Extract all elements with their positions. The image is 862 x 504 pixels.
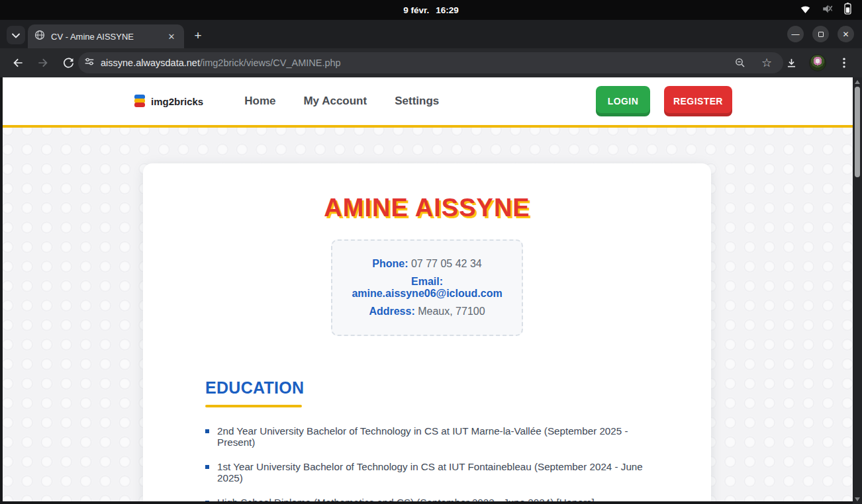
time-label: 16:29 [436,5,459,15]
scroll-down-arrow-icon[interactable] [855,497,860,501]
reload-button[interactable] [57,52,79,74]
brand-name: img2bricks [151,96,203,107]
education-list-item: 2nd Year University Bachelor of Technolo… [205,425,669,448]
education-item-text: 2nd Year University Bachelor of Technolo… [217,425,669,448]
omnibox-right-icons: ☆ [729,52,778,74]
education-section: EDUCATION 2nd Year University Bachelor o… [205,378,711,501]
cv-name-title: AMINE AISSYNE [143,194,711,222]
globe-icon [34,30,45,43]
tab-search-button[interactable] [7,26,25,44]
scrollbar-thumb[interactable] [855,87,860,177]
contact-box: Phone: 07 77 05 42 34 Email: amine.aissy… [331,239,523,336]
profile-avatar[interactable] [809,54,826,71]
education-list: 2nd Year University Bachelor of Technolo… [205,425,711,501]
contact-phone-row: Phone: 07 77 05 42 34 [339,258,515,270]
contact-email-row: Email: amine.aissyne06@icloud.com [339,276,515,300]
education-item-text: High School Diploma (Mathematics and CS)… [217,497,595,501]
contact-address-row: Address: Meaux, 77100 [339,306,515,317]
browser-tab[interactable]: CV - Amine AISSYNE ✕ [28,24,184,48]
register-button[interactable]: REGISTER [664,86,732,116]
nav-buttons [7,52,79,74]
maximize-button[interactable] [812,26,829,42]
url-text[interactable]: aissyne.alwaysdata.net/img2brick/views/C… [101,58,341,68]
nav-link-my-account[interactable]: My Account [303,95,367,108]
url-path: /img2brick/views/CV_AMINE.php [200,58,341,68]
brand-logo[interactable]: img2bricks [132,94,203,108]
chevron-down-icon [12,29,20,41]
education-underline [205,405,302,407]
education-list-item: 1st Year University Bachelor of Technolo… [205,461,669,483]
toolbar-right [780,52,855,74]
nav-links: Home My Account Settings [244,95,439,108]
screen: 9 févr. 16:29 CV - Amine AISSYNE [0,0,862,504]
minimize-button[interactable]: — [787,26,804,42]
lego-background: AMINE AISSYNE Phone: 07 77 05 42 34 Emai… [3,128,853,501]
clock[interactable]: 9 févr. 16:29 [403,5,459,15]
nav-actions: LOGIN REGISTER [596,86,732,116]
cv-card: AMINE AISSYNE Phone: 07 77 05 42 34 Emai… [143,163,711,501]
email-link[interactable]: amine.aissyne06@icloud.com [352,288,502,299]
volume-muted-icon [822,4,834,17]
window-controls: — ✕ [787,26,854,42]
bullet-square-icon [205,465,209,469]
url-bar[interactable]: aissyne.alwaysdata.net/img2brick/views/C… [78,52,783,73]
new-tab-button[interactable]: + [189,27,207,44]
tab-title: CV - Amine AISSYNE [51,32,160,42]
phone-label: Phone: [372,258,408,269]
education-item-text: 1st Year University Bachelor of Technolo… [217,461,669,483]
system-top-bar: 9 févr. 16:29 [0,0,862,20]
browser-tab-strip: CV - Amine AISSYNE ✕ + — ✕ [0,20,862,48]
back-button[interactable] [7,52,29,74]
battery-icon [844,3,851,17]
url-domain: aissyne.alwaysdata.net [101,58,200,68]
system-status-area[interactable] [800,0,851,20]
email-label: Email: [411,276,443,287]
bullet-square-icon [205,501,209,501]
site-navbar: img2bricks Home My Account Settings LOGI… [3,77,853,128]
menu-kebab-icon[interactable] [833,52,855,74]
browser-toolbar: aissyne.alwaysdata.net/img2brick/views/C… [0,48,862,77]
tab-close-icon[interactable]: ✕ [166,30,177,42]
forward-button[interactable] [32,52,54,74]
education-heading: EDUCATION [205,378,711,398]
education-list-item: High School Diploma (Mathematics and CS)… [205,497,669,501]
phone-value: 07 77 05 42 34 [411,258,482,269]
nav-link-home[interactable]: Home [244,95,275,108]
bricks-logo-icon [132,94,147,108]
scroll-up-arrow-icon[interactable] [855,80,860,84]
nav-link-settings[interactable]: Settings [395,95,439,108]
page-scrollbar[interactable] [853,77,862,504]
address-label: Address: [369,306,414,317]
wifi-icon [800,4,811,17]
address-value: Meaux, 77100 [418,306,485,317]
login-button[interactable]: LOGIN [596,86,650,116]
site-settings-icon[interactable] [83,56,95,70]
date-label: 9 févr. [403,5,429,15]
bookmark-star-icon[interactable]: ☆ [755,52,778,74]
downloads-icon[interactable] [780,52,802,74]
close-window-button[interactable]: ✕ [838,26,854,42]
bullet-square-icon [205,429,209,433]
zoom-icon[interactable] [729,52,751,74]
